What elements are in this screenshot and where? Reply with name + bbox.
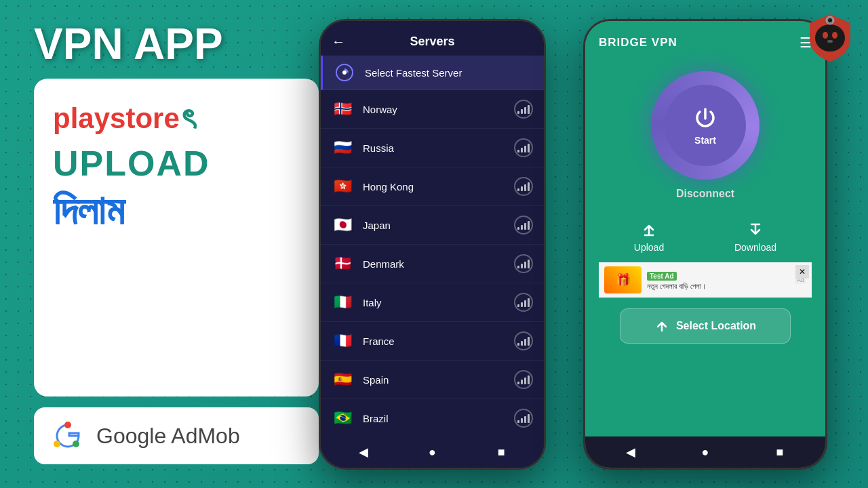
left-panel: VPN APP playstore ৎ UPLOAD দিলাম Google … xyxy=(34,20,319,464)
italy-flag: 🇮🇹 xyxy=(332,295,353,310)
power-ring[interactable]: Start xyxy=(651,71,760,180)
spain-label: Spain xyxy=(363,374,514,386)
hongkong-flag: 🇭🇰 xyxy=(332,179,353,194)
phone1-screen: ← Servers Select Fastest Server 🇳🇴 Norwa… xyxy=(321,21,544,468)
norway-flag: 🇳🇴 xyxy=(332,102,353,117)
upload-icon xyxy=(639,220,658,239)
svg-point-1 xyxy=(54,441,60,447)
svg-point-5 xyxy=(342,70,347,75)
russia-signal xyxy=(514,138,533,157)
svg-point-8 xyxy=(815,24,845,52)
ad-badge: Test Ad xyxy=(647,272,677,281)
france-signal xyxy=(514,331,533,350)
server-item-norway[interactable]: 🇳🇴 Norway xyxy=(321,90,544,129)
select-location-button[interactable]: Select Location xyxy=(620,308,790,344)
phone2-screen: BRIDGE VPN ☰ Start Disconnect xyxy=(585,21,825,468)
japan-signal xyxy=(514,216,533,235)
server-item-denmark[interactable]: 🇩🇰 Denmark xyxy=(321,245,544,283)
phone2-header: BRIDGE VPN ☰ xyxy=(585,21,825,58)
start-label: Start xyxy=(694,135,716,146)
shield-logo xyxy=(803,11,857,65)
phone2-back-btn[interactable]: ◀ xyxy=(620,445,641,460)
admob-logo-svg xyxy=(50,418,85,453)
fastest-server-item[interactable]: Select Fastest Server xyxy=(321,56,544,90)
svg-point-3 xyxy=(64,422,71,428)
server-item-japan[interactable]: 🇯🇵 Japan xyxy=(321,206,544,245)
admob-card: Google AdMob xyxy=(34,407,319,464)
server-item-hongkong[interactable]: 🇭🇰 Hong Kong xyxy=(321,167,544,206)
server-item-italy[interactable]: 🇮🇹 Italy xyxy=(321,283,544,322)
phone2-recent-btn[interactable]: ■ xyxy=(770,445,790,460)
download-stat: Download xyxy=(734,220,776,253)
upload-label: Upload xyxy=(634,242,664,253)
phone1-home-btn[interactable]: ● xyxy=(422,445,442,460)
norway-signal xyxy=(514,100,533,119)
phone2-title: BRIDGE VPN xyxy=(599,36,677,49)
power-inner: Start xyxy=(665,85,746,166)
svg-point-2 xyxy=(73,441,79,447)
ad-close-btn[interactable]: ✕ xyxy=(795,265,809,279)
power-symbol-svg xyxy=(692,105,719,132)
denmark-signal xyxy=(514,254,533,273)
fastest-server-label: Select Fastest Server xyxy=(365,67,533,79)
spain-flag: 🇪🇸 xyxy=(332,372,353,387)
italy-label: Italy xyxy=(363,297,514,308)
server-item-france[interactable]: 🇫🇷 France xyxy=(321,322,544,361)
server-list: Select Fastest Server 🇳🇴 Norway 🇷🇺 xyxy=(321,56,544,436)
france-flag: 🇫🇷 xyxy=(332,333,353,348)
france-label: France xyxy=(363,336,514,347)
playstore-text: playstore xyxy=(53,102,180,135)
phone2-home-btn[interactable]: ● xyxy=(695,445,715,460)
upload-text: UPLOAD xyxy=(53,143,300,184)
phone1-back-btn[interactable]: ◀ xyxy=(353,445,374,460)
italy-signal xyxy=(514,293,533,312)
denmark-label: Denmark xyxy=(363,258,514,270)
admob-text: Google AdMob xyxy=(96,424,240,449)
russia-label: Russia xyxy=(363,142,514,154)
phone2-nav: ◀ ● ■ xyxy=(585,436,825,468)
phone1-header: ← Servers xyxy=(321,21,544,56)
brazil-flag: 🇧🇷 xyxy=(332,411,353,426)
denmark-flag: 🇩🇰 xyxy=(332,256,353,271)
norway-label: Norway xyxy=(363,104,514,115)
disconnect-button[interactable]: Disconnect xyxy=(676,188,734,200)
phone1: ← Servers Select Fastest Server 🇳🇴 Norwa… xyxy=(319,19,546,470)
ad-main-text: নতুন গেমলার বাড়ি পেলা। xyxy=(647,281,789,291)
location-up-icon xyxy=(654,319,669,333)
svg-point-10 xyxy=(832,32,837,39)
select-location-label: Select Location xyxy=(676,320,756,332)
svg-rect-11 xyxy=(827,40,833,43)
vpn-app-title: VPN APP xyxy=(34,20,319,68)
server-item-russia[interactable]: 🇷🇺 Russia xyxy=(321,129,544,167)
hongkong-label: Hong Kong xyxy=(363,181,514,192)
ad-banner: 🎁 Test Ad নতুন গেমলার বাড়ি পেলা। ✕ Ad xyxy=(599,262,812,298)
download-label: Download xyxy=(734,242,776,253)
phone2: BRIDGE VPN ☰ Start Disconnect xyxy=(583,19,827,470)
back-icon[interactable]: ← xyxy=(332,34,345,49)
ad-text-area: Test Ad নতুন গেমলার বাড়ি পেলা। xyxy=(647,269,789,291)
upload-stat: Upload xyxy=(634,220,664,253)
logo-badge xyxy=(803,11,857,65)
brazil-signal xyxy=(514,409,533,428)
svg-point-13 xyxy=(828,18,832,22)
download-icon xyxy=(746,220,765,239)
speed-icon xyxy=(334,65,355,80)
stats-row: Upload Download xyxy=(599,220,812,253)
playstore-icon: ৎ xyxy=(182,99,194,138)
bangla-text: দিলাম xyxy=(53,186,300,235)
russia-flag: 🇷🇺 xyxy=(332,140,353,155)
server-item-spain[interactable]: 🇪🇸 Spain xyxy=(321,361,544,399)
server-item-brazil[interactable]: 🇧🇷 Brazil xyxy=(321,399,544,436)
ad-image: 🎁 xyxy=(604,266,642,293)
phone2-content: Start Disconnect Upload xyxy=(585,58,825,436)
japan-label: Japan xyxy=(363,220,514,231)
hongkong-signal xyxy=(514,177,533,196)
brazil-label: Brazil xyxy=(363,413,514,424)
japan-flag: 🇯🇵 xyxy=(332,218,353,232)
svg-point-9 xyxy=(823,32,828,39)
phone1-title: Servers xyxy=(410,35,454,49)
phone1-recent-btn[interactable]: ■ xyxy=(491,445,511,460)
phone1-nav: ◀ ● ■ xyxy=(321,436,544,468)
spain-signal xyxy=(514,370,533,389)
white-card: playstore ৎ UPLOAD দিলাম xyxy=(34,79,319,396)
